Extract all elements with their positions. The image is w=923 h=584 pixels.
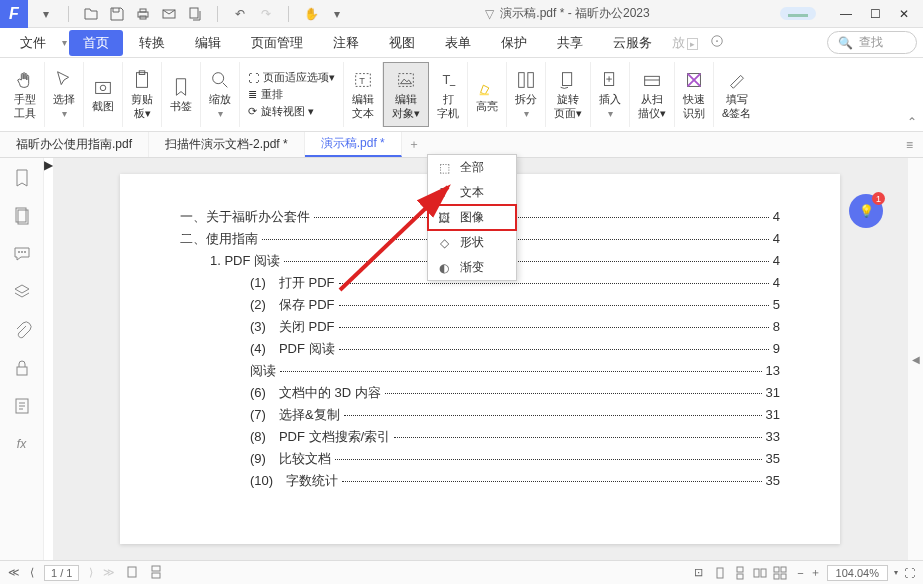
menu-home[interactable]: 首页 [69, 30, 123, 56]
vip-badge[interactable]: ▬▬ [780, 7, 816, 20]
zoom-dropdown-icon[interactable]: ▾ [894, 568, 898, 577]
ribbon-from-scanner[interactable]: 从扫描仪▾ [630, 62, 675, 127]
ribbon-split[interactable]: 拆分▾ [507, 62, 546, 127]
sidebar-signatures-icon[interactable] [12, 396, 32, 416]
undo-icon[interactable]: ↶ [232, 6, 248, 22]
ribbon-highlight[interactable]: 高亮 [468, 62, 507, 127]
menu-overflow[interactable]: 放▸ [668, 30, 702, 56]
first-page-button[interactable]: ≪ [8, 566, 20, 579]
menu-protect[interactable]: 保护 [487, 30, 541, 56]
ribbon-collapse-icon[interactable]: ⌃ [907, 115, 917, 129]
menu-file[interactable]: 文件 [6, 30, 60, 56]
view-single-icon[interactable] [713, 565, 727, 581]
last-page-button[interactable]: ≫ [103, 566, 115, 579]
save-icon[interactable] [109, 6, 125, 22]
edit-object-shape[interactable]: ◇形状 [428, 230, 516, 255]
new-tab-button[interactable]: ＋ [402, 136, 426, 153]
export-icon[interactable] [187, 6, 203, 22]
doc-tab-2[interactable]: 演示稿.pdf * [305, 132, 402, 157]
ribbon-hand-tool[interactable]: 手型工具 [6, 62, 45, 127]
zoom-value[interactable]: 104.04% [827, 565, 888, 581]
fit-icon: ⛶ [248, 72, 259, 84]
ribbon-ocr[interactable]: 快速识别 [675, 62, 714, 127]
ribbon-select[interactable]: 选择▾ [45, 62, 84, 127]
sidebar-bookmark-icon[interactable] [12, 168, 32, 188]
qat-dropdown-icon[interactable]: ▾ [38, 6, 54, 22]
toc-page: 35 [766, 451, 780, 466]
doc-tab-1[interactable]: 扫描件演示文档-2.pdf * [149, 132, 305, 157]
minimize-button[interactable]: ― [840, 7, 852, 21]
ribbon-rotate-page[interactable]: 旋转页面▾ [546, 62, 591, 127]
sidebar-more-icon[interactable]: fx [12, 434, 32, 454]
next-page-button[interactable]: ⟩ [89, 566, 93, 579]
toc-entry[interactable]: (10) 字数统计 35 [180, 472, 780, 490]
ribbon-fit-options[interactable]: ⛶页面适应选项▾ [248, 70, 335, 85]
zoom-out-button[interactable]: − [797, 567, 803, 579]
sidebar-security-icon[interactable] [12, 358, 32, 378]
sidebar-pages-icon[interactable] [12, 206, 32, 226]
maximize-button[interactable]: ☐ [870, 7, 881, 21]
menu-page[interactable]: 页面管理 [237, 30, 317, 56]
open-icon[interactable] [83, 6, 99, 22]
edit-object-all[interactable]: ⬚全部 [428, 155, 516, 180]
hand-icon[interactable]: ✋ [303, 6, 319, 22]
menu-convert[interactable]: 转换 [125, 30, 179, 56]
toc-entry[interactable]: (2) 保存 PDF 5 [180, 296, 780, 314]
view-continuous-facing-icon[interactable] [773, 565, 787, 581]
qat-more-icon[interactable]: ▾ [329, 6, 345, 22]
svg-point-11 [213, 73, 224, 84]
ribbon-typewriter[interactable]: T打字机 [429, 62, 468, 127]
ribbon-reflow[interactable]: ≣重排 [248, 87, 335, 102]
print-icon[interactable] [135, 6, 151, 22]
email-icon[interactable] [161, 6, 177, 22]
menu-edit[interactable]: 编辑 [181, 30, 235, 56]
menu-share[interactable]: 共享 [543, 30, 597, 56]
menu-cloud[interactable]: 云服务 [599, 30, 666, 56]
ribbon-edit-text[interactable]: T编辑文本 [344, 62, 383, 127]
sidebar-attachments-icon[interactable] [12, 320, 32, 340]
sidebar-comments-icon[interactable] [12, 244, 32, 264]
sidebar-layers-icon[interactable] [12, 282, 32, 302]
doc-tab-0[interactable]: 福昕办公使用指南.pdf [0, 132, 149, 157]
menu-view[interactable]: 视图 [375, 30, 429, 56]
view-continuous-icon[interactable] [733, 565, 747, 581]
svg-rect-31 [152, 566, 160, 571]
single-page-icon[interactable] [125, 565, 139, 581]
prev-page-button[interactable]: ⟨ [30, 566, 34, 579]
ribbon-zoom[interactable]: 缩放▾ [201, 62, 240, 127]
tab-list-button[interactable]: ≡ [896, 138, 923, 152]
toc-entry[interactable]: (3) 关闭 PDF 8 [180, 318, 780, 336]
right-panel-expand-handle[interactable]: ◀ [912, 354, 920, 365]
page-number-field[interactable]: 1 / 1 [44, 565, 79, 581]
toc-entry[interactable]: (7) 选择&复制 31 [180, 406, 780, 424]
toc-entry[interactable]: (6) 文档中的 3D 内容 31 [180, 384, 780, 402]
ribbon-snapshot[interactable]: 截图 [84, 62, 123, 127]
toc-entry[interactable]: 阅读 13 [180, 362, 780, 380]
read-mode-icon[interactable]: ⊡ [694, 566, 703, 579]
chevron-down-icon[interactable]: ▾ [62, 37, 67, 48]
search-box[interactable]: 🔍 查找 [827, 31, 917, 54]
zoom-in-button[interactable]: ＋ [810, 565, 821, 580]
edit-object-text[interactable]: T文本 [428, 180, 516, 205]
ribbon-edit-object[interactable]: 编辑对象▾ [383, 62, 429, 127]
edit-object-image[interactable]: 🖼图像 [428, 205, 516, 230]
ribbon-clipboard[interactable]: 剪贴板▾ [123, 62, 162, 127]
toc-entry[interactable]: (8) PDF 文档搜索/索引 33 [180, 428, 780, 446]
help-bulb-button[interactable]: 💡 1 [849, 194, 883, 228]
view-facing-icon[interactable] [753, 565, 767, 581]
edit-object-gradient[interactable]: ◐渐变 [428, 255, 516, 280]
toc-entry[interactable]: (4) PDF 阅读 9 [180, 340, 780, 358]
menu-form[interactable]: 表单 [431, 30, 485, 56]
continuous-page-icon[interactable] [149, 565, 163, 581]
close-button[interactable]: ✕ [899, 7, 909, 21]
toc-entry[interactable]: (9) 比较文档 35 [180, 450, 780, 468]
fullscreen-icon[interactable]: ⛶ [904, 567, 915, 579]
redo-icon[interactable]: ↷ [258, 6, 274, 22]
ribbon-fill-sign[interactable]: 填写&签名 [714, 62, 759, 127]
tell-me-icon[interactable] [710, 34, 724, 51]
ribbon-insert[interactable]: 插入▾ [591, 62, 630, 127]
menu-comment[interactable]: 注释 [319, 30, 373, 56]
ribbon-rotate-view[interactable]: ⟳旋转视图 ▾ [248, 104, 335, 119]
ribbon-bookmark[interactable]: 书签 [162, 62, 201, 127]
sidebar-expand-handle[interactable]: ▶ [44, 158, 53, 560]
